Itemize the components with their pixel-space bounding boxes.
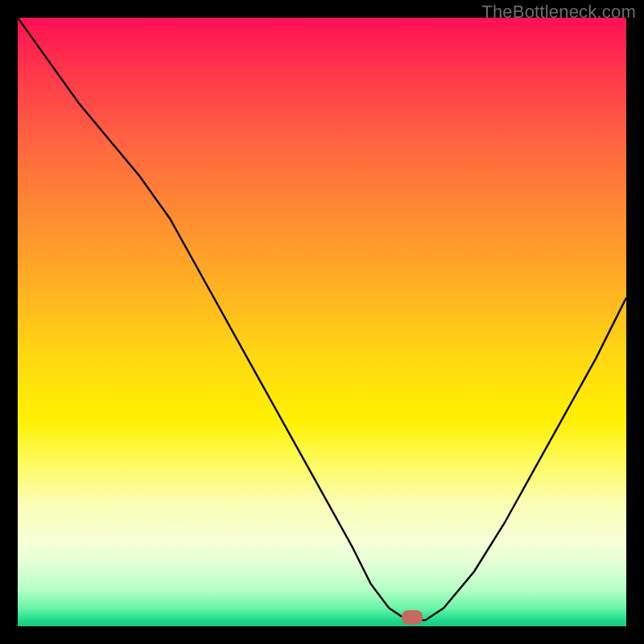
bottleneck-curve (18, 18, 626, 620)
curve-svg (18, 18, 626, 626)
chart-frame: TheBottleneck.com (0, 0, 644, 644)
optimal-marker (402, 610, 423, 625)
plot-area (18, 18, 626, 626)
